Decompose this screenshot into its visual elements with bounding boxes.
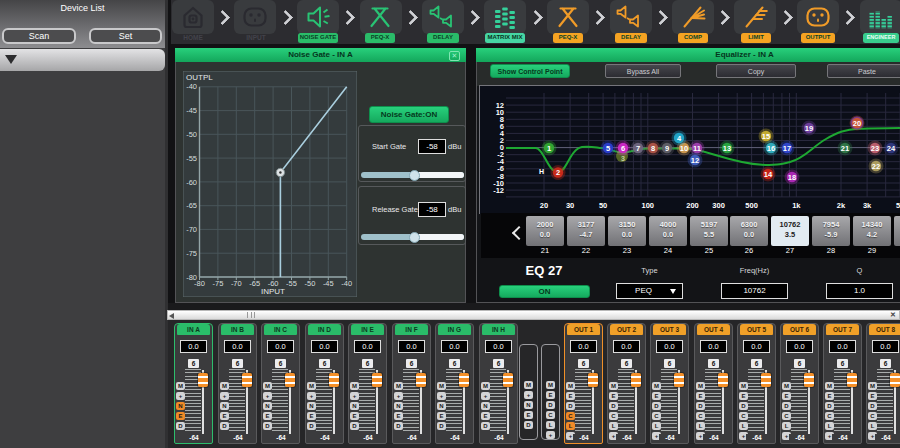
svg-text:300: 300 [712,201,725,210]
svg-text:14: 14 [764,170,773,179]
svg-text:-12: -12 [493,186,504,195]
svg-text:-50: -50 [304,279,315,288]
svg-text:12: 12 [691,156,699,165]
svg-text:500: 500 [745,201,758,210]
svg-text:5k: 5k [896,201,900,210]
svg-text:30: 30 [566,201,574,210]
svg-text:20: 20 [853,119,861,128]
svg-text:-70: -70 [231,279,242,288]
svg-text:-55: -55 [286,279,297,288]
svg-text:13: 13 [723,144,731,153]
svg-text:-65: -65 [249,279,260,288]
svg-text:7: 7 [636,144,640,153]
svg-text:-60: -60 [186,178,197,187]
svg-text:18: 18 [788,173,796,182]
svg-text:22: 22 [872,162,880,171]
svg-text:20: 20 [540,201,548,210]
svg-text:23: 23 [871,144,879,153]
svg-text:8: 8 [651,144,655,153]
svg-text:200: 200 [686,201,699,210]
svg-text:21: 21 [841,144,849,153]
svg-text:2: 2 [556,168,560,177]
svg-text:19: 19 [805,124,813,133]
svg-text:-40: -40 [186,82,197,91]
svg-text:INPUT: INPUT [261,287,285,296]
svg-text:1k: 1k [792,201,801,210]
svg-text:-75: -75 [212,279,223,288]
svg-text:-40: -40 [341,279,352,288]
svg-text:OUTPL: OUTPL [186,73,213,82]
svg-text:-55: -55 [186,154,197,163]
svg-text:6: 6 [621,144,625,153]
svg-text:H: H [539,168,544,175]
svg-text:-80: -80 [194,279,205,288]
svg-text:5: 5 [606,144,610,153]
svg-text:3: 3 [621,155,625,162]
svg-text:16: 16 [767,144,775,153]
svg-text:-45: -45 [323,279,334,288]
svg-text:24: 24 [887,144,896,153]
svg-text:1: 1 [547,144,551,153]
svg-text:15: 15 [762,132,770,141]
svg-text:-65: -65 [186,201,197,210]
svg-text:3k: 3k [863,201,872,210]
svg-text:-75: -75 [186,249,197,258]
svg-text:-50: -50 [186,130,197,139]
svg-text:-45: -45 [186,106,197,115]
svg-text:9: 9 [665,144,669,153]
svg-text:2k: 2k [837,201,846,210]
svg-text:50: 50 [599,201,607,210]
svg-text:-70: -70 [186,225,197,234]
svg-text:100: 100 [642,201,655,210]
svg-text:17: 17 [783,144,791,153]
svg-text:11: 11 [693,144,701,153]
